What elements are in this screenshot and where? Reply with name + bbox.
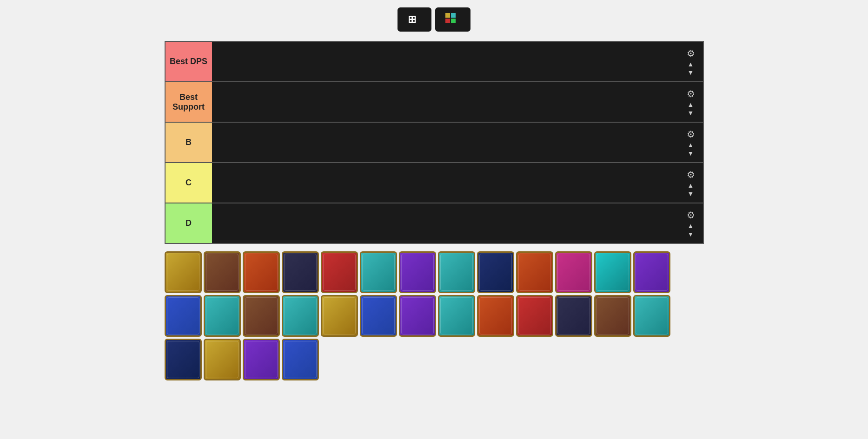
- char-card-27[interactable]: 🛡️: [165, 339, 202, 380]
- char-card-21[interactable]: 💫: [438, 295, 475, 337]
- char-face-29: 🦋: [244, 340, 278, 379]
- char-card-border-24: [557, 297, 590, 334]
- char-card-7[interactable]: 🔮: [399, 251, 436, 293]
- tier-up-icon-b[interactable]: ▲: [688, 142, 694, 148]
- char-face-20: ☀️: [400, 296, 435, 335]
- char-card-14[interactable]: 💎: [165, 295, 202, 337]
- tier-settings-icon-best-dps[interactable]: ⚙: [687, 48, 695, 59]
- char-card-9[interactable]: 🔥: [477, 251, 514, 293]
- char-card-12[interactable]: 🌿: [594, 251, 631, 293]
- tier-down-icon-d[interactable]: ▼: [688, 231, 694, 237]
- char-card-border-11: [557, 254, 590, 291]
- char-card-23[interactable]: ✨: [516, 295, 553, 337]
- svg-rect-3: [451, 19, 456, 23]
- char-face-9: 🔥: [478, 253, 513, 292]
- char-face-13: 🌸: [635, 253, 669, 292]
- community-rank-icon: [445, 13, 456, 26]
- tier-down-icon-b[interactable]: ▼: [688, 150, 694, 157]
- tier-row-best-support: Best Support ⚙ ▲ ▼: [166, 82, 703, 123]
- tier-up-icon-best-dps[interactable]: ▲: [688, 61, 694, 67]
- char-card-border-26: [636, 297, 668, 334]
- char-face-15: 🐉: [205, 296, 239, 335]
- tier-label-best-support: Best Support: [166, 82, 212, 122]
- char-face-23: ✨: [517, 296, 552, 335]
- char-card-border-10: [518, 254, 551, 291]
- char-card-1[interactable]: 😊: [165, 251, 202, 293]
- char-card-20[interactable]: ☀️: [399, 295, 436, 337]
- tier-up-icon-best-support[interactable]: ▲: [688, 101, 694, 108]
- char-card-border-3: [245, 254, 278, 291]
- tier-up-icon-d[interactable]: ▲: [688, 223, 694, 229]
- char-face-6: 🏹: [361, 253, 396, 292]
- char-face-11: ⚡: [557, 253, 591, 292]
- tier-label-d: D: [166, 203, 212, 243]
- char-card-border-7: [401, 254, 434, 291]
- char-face-27: 🛡️: [166, 340, 200, 379]
- tier-content-best-dps[interactable]: [212, 42, 679, 81]
- char-face-5: ⚔️: [322, 253, 357, 292]
- char-card-border-19: [362, 297, 395, 334]
- char-card-4[interactable]: 🧙: [282, 251, 319, 293]
- char-card-border-15: [206, 297, 239, 334]
- char-card-13[interactable]: 🌸: [633, 251, 670, 293]
- char-card-border-30: [284, 341, 317, 378]
- char-card-border-5: [323, 254, 356, 291]
- tier-settings-icon-d[interactable]: ⚙: [687, 210, 695, 221]
- char-card-16[interactable]: 🦊: [243, 295, 280, 337]
- char-face-25: 🎯: [596, 296, 630, 335]
- characters-pool: 😊 🧝 👸 🧙 ⚔️ 🏹 🔮 🌊 🔥 ❄️ ⚡ 🌿 🌸 💎: [165, 249, 704, 382]
- char-face-16: 🦊: [244, 296, 278, 335]
- tier-controls-c: ⚙ ▲ ▼: [679, 163, 703, 203]
- tier-down-icon-best-support[interactable]: ▼: [688, 110, 694, 116]
- char-card-19[interactable]: 🌙: [360, 295, 397, 337]
- char-card-border-16: [245, 297, 278, 334]
- char-card-3[interactable]: 👸: [243, 251, 280, 293]
- char-card-border-29: [245, 341, 278, 378]
- char-card-8[interactable]: 🌊: [438, 251, 475, 293]
- tier-down-icon-c[interactable]: ▼: [688, 190, 694, 197]
- char-card-17[interactable]: 🦁: [282, 295, 319, 337]
- char-card-18[interactable]: 🐺: [321, 295, 358, 337]
- tier-content-b[interactable]: [212, 123, 679, 162]
- tier-content-d[interactable]: [212, 203, 679, 243]
- char-card-6[interactable]: 🏹: [360, 251, 397, 293]
- char-face-12: 🌿: [596, 253, 630, 292]
- char-face-30: 🌈: [283, 340, 318, 379]
- char-card-26[interactable]: 🗡️: [633, 295, 670, 337]
- char-card-15[interactable]: 🐉: [204, 295, 241, 337]
- tier-settings-icon-b[interactable]: ⚙: [687, 129, 695, 140]
- char-card-border-6: [362, 254, 395, 291]
- char-face-8: 🌊: [439, 253, 474, 292]
- char-card-5[interactable]: ⚔️: [321, 251, 358, 293]
- char-card-2[interactable]: 🧝: [204, 251, 241, 293]
- char-card-border-13: [636, 254, 668, 291]
- tier-up-icon-c[interactable]: ▲: [688, 182, 694, 189]
- char-card-28[interactable]: 👁️: [204, 339, 241, 380]
- tier-content-c[interactable]: [212, 163, 679, 203]
- community-rank-button[interactable]: [435, 7, 470, 32]
- tier-controls-d: ⚙ ▲ ▼: [679, 203, 703, 243]
- alignment-chart-button[interactable]: ⊞: [398, 7, 431, 32]
- char-card-10[interactable]: ❄️: [516, 251, 553, 293]
- tier-settings-icon-best-support[interactable]: ⚙: [687, 88, 695, 99]
- char-card-border-20: [401, 297, 434, 334]
- tier-controls-best-dps: ⚙ ▲ ▼: [679, 42, 703, 81]
- char-face-26: 🗡️: [635, 296, 669, 335]
- char-card-11[interactable]: ⚡: [555, 251, 592, 293]
- char-card-border-1: [167, 254, 199, 291]
- svg-rect-0: [445, 13, 450, 18]
- tier-settings-icon-c[interactable]: ⚙: [687, 169, 695, 180]
- char-card-24[interactable]: 🎭: [555, 295, 592, 337]
- char-card-border-25: [596, 297, 629, 334]
- char-card-29[interactable]: 🦋: [243, 339, 280, 380]
- char-card-22[interactable]: 🌟: [477, 295, 514, 337]
- char-face-19: 🌙: [361, 296, 396, 335]
- char-card-border-28: [206, 341, 239, 378]
- char-face-3: 👸: [244, 253, 278, 292]
- char-card-30[interactable]: 🌈: [282, 339, 319, 380]
- char-face-17: 🦁: [283, 296, 318, 335]
- tier-content-best-support[interactable]: [212, 82, 679, 122]
- char-face-21: 💫: [439, 296, 474, 335]
- char-card-25[interactable]: 🎯: [594, 295, 631, 337]
- tier-down-icon-best-dps[interactable]: ▼: [688, 69, 694, 76]
